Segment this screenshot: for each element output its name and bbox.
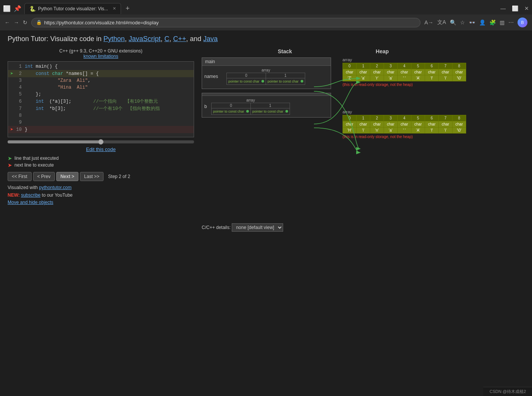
maximize-button[interactable]: ⬜	[512, 5, 518, 11]
progress-bar[interactable]	[8, 140, 194, 143]
sidebar-toggle-icon[interactable]: ⬜	[3, 5, 11, 12]
next-button[interactable]: Next >	[56, 172, 78, 181]
code-editor: 1 int main() { ➤ 2 const char *names[] =…	[8, 61, 194, 137]
page-title: Python Tutor: Visualize code in Python, …	[8, 35, 524, 43]
names-array-table: 0 1 pointer to const char	[226, 73, 305, 85]
stack-label: Stack	[278, 48, 292, 54]
code-line-5: 5 };	[8, 91, 194, 98]
heap-area: array 0 1 2 3 4 5	[331, 57, 524, 145]
edit-link: Edit this code	[8, 146, 194, 152]
code-line-7: 7 int *b[3]; //一个有10个 【指向整数的指	[8, 105, 194, 112]
heap-table-1: 0 1 2 3 4 5 6 7 8	[342, 63, 466, 81]
code-line-10: ➤ 10 }	[8, 126, 194, 133]
profile-avatar[interactable]: B	[518, 17, 527, 27]
b-var-label: b	[204, 104, 208, 109]
legend-executed: ➤ line that just executed	[8, 155, 194, 161]
names-var-label: names	[204, 74, 223, 79]
compiler-info: C++ (g++ 9.3, C++20 + GNU extensions) kn…	[8, 48, 194, 59]
sidebar-right-icon[interactable]: ▥	[500, 19, 505, 25]
nav-buttons: << First < Prev Next > Last >> Step 2 of…	[8, 172, 194, 181]
move-hide-container: Move and hide objects	[8, 199, 194, 205]
move-hide-link[interactable]: Move and hide objects	[8, 200, 53, 205]
green-arrow-icon: ➤	[8, 155, 12, 161]
nav-icons: A→ 文A 🔍 ☆ 👓 👤 🧩 ▥ ⋯ B	[424, 17, 527, 27]
line-arrow-2: ➤	[8, 70, 16, 77]
first-button[interactable]: << First	[8, 172, 32, 181]
stack-frame-main: main names array 0	[202, 57, 331, 89]
code-line-4: 4 "Hina Ali"	[8, 84, 194, 91]
c-link[interactable]: C	[164, 35, 169, 43]
edit-code-link[interactable]: Edit this code	[86, 146, 116, 152]
person-icon[interactable]: 👤	[479, 19, 486, 25]
star-icon[interactable]: ☆	[460, 19, 465, 25]
translate2-icon[interactable]: 文A	[437, 19, 446, 26]
names-array-box: array 0 1 p	[226, 68, 305, 85]
heap-label: Heap	[376, 48, 389, 54]
details-bar: C/C++ details: none [default view] using…	[202, 223, 524, 232]
tab-close-button[interactable]: ✕	[113, 6, 116, 11]
browser-frame: ⬜ 📌 🐍 Python Tutor code visualizer: Vis.…	[0, 0, 532, 30]
status-text: CSDN @待木成植2	[489, 389, 526, 394]
details-select[interactable]: none [default view] using C-style using …	[232, 223, 283, 232]
javascript-link[interactable]: JavaScript	[129, 35, 161, 43]
step-label: Step 2 of 2	[108, 174, 130, 179]
code-line-1: 1 int main() {	[8, 63, 194, 70]
heap-array-1: array 0 1 2 3 4 5	[342, 57, 524, 87]
prev-button[interactable]: < Prev	[33, 172, 55, 181]
known-limitations-link[interactable]: known limitations	[83, 54, 118, 59]
page-content: Python Tutor: Visualize code in Python, …	[0, 30, 532, 236]
minimize-button[interactable]: —	[500, 5, 506, 11]
active-tab[interactable]: 🐍 Python Tutor code visualizer: Vis... ✕	[24, 3, 121, 14]
last-button[interactable]: Last >>	[80, 172, 104, 181]
close-button[interactable]: ✕	[524, 5, 529, 11]
nav-bar: ← → ↻ 🔒 https://pythontutor.com/visualiz…	[0, 14, 532, 30]
b-array-table: 0 1 pointer to const char	[211, 103, 290, 115]
refresh-button[interactable]: ↻	[23, 19, 27, 25]
forward-button[interactable]: →	[14, 19, 19, 25]
tab-title: Python Tutor code visualizer: Vis...	[38, 6, 108, 11]
address-bar[interactable]: 🔒 https://pythontutor.com/visualize.html…	[31, 18, 421, 27]
new-label: NEW:	[8, 192, 20, 198]
stack-heap-header: Stack Heap	[202, 48, 524, 54]
new-line: NEW: subscribe to our YouTube	[8, 192, 194, 198]
frame-header-b	[202, 93, 331, 96]
code-line-2: ➤ 2 const char *names[] = {	[8, 70, 194, 77]
python-link[interactable]: Python	[104, 35, 125, 43]
ptr-dot-names-1	[301, 80, 303, 83]
viz-container: main names array 0	[202, 57, 524, 217]
status-bar: CSDN @待木成植2	[483, 387, 532, 396]
code-line-8: 8	[8, 112, 194, 119]
viz-inner: main names array 0	[202, 57, 524, 145]
heap-note-2: (this is in read-only storage, not the h…	[342, 135, 524, 139]
cpp-link[interactable]: C++	[173, 35, 186, 43]
pythontutor-link[interactable]: pythontutor.com	[39, 185, 72, 190]
menu-icon[interactable]: ⋯	[508, 19, 514, 25]
heap-note-1: (this is in read-only storage, not the h…	[342, 83, 524, 87]
legend-next: ➤ next line to execute	[8, 162, 194, 168]
frame-header-main: main	[202, 58, 331, 66]
subscribe-link[interactable]: subscribe	[21, 192, 40, 198]
code-line-6: 6 int (*a)[3]; //一个指向 【有10个整数元	[8, 98, 194, 105]
translate-icon[interactable]: A→	[424, 19, 433, 25]
tab-pin-icon[interactable]: 📌	[14, 5, 21, 12]
red-arrow-icon: ➤	[8, 162, 12, 168]
ptr-dot-names-0	[261, 80, 264, 83]
java-link[interactable]: Java	[203, 35, 218, 43]
progress-thumb	[98, 139, 104, 145]
back-button[interactable]: ←	[5, 19, 10, 25]
lock-icon: 🔒	[36, 20, 42, 25]
details-label: C/C++ details:	[202, 225, 231, 230]
heap-table-2: 0 1 2 3 4 5 6 7 8	[342, 115, 466, 134]
extensions-icon[interactable]: 🧩	[489, 19, 496, 25]
search-icon[interactable]: 🔍	[450, 19, 456, 25]
main-layout: C++ (g++ 9.3, C++20 + GNU extensions) kn…	[8, 48, 524, 232]
line-arrow-10: ➤	[8, 126, 16, 133]
new-tab-button[interactable]: +	[126, 5, 130, 13]
glasses-icon[interactable]: 👓	[469, 19, 475, 25]
code-line-3: 3 "Zara Ali",	[8, 77, 194, 84]
progress-fill	[8, 140, 101, 143]
stack-frame-b: b array 0 1	[202, 93, 331, 118]
code-line-9: 9	[8, 119, 194, 126]
visualized-text: Visualized with pythontutor.com	[8, 185, 194, 190]
viz-panel: Stack Heap main names	[194, 48, 524, 232]
